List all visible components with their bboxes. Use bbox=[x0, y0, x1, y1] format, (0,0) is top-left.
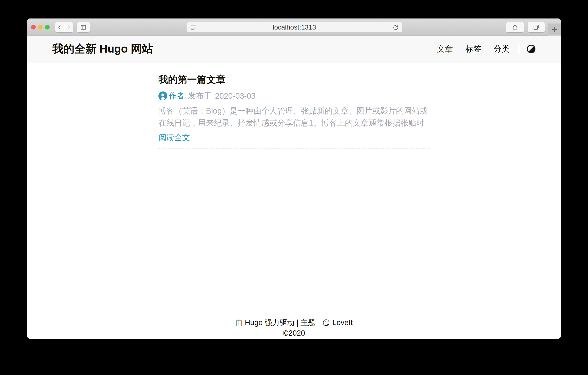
post-summary: 博客（英语：Blog）是一种由个人管理、张贴新的文章、图片或影片的网站或 在线日… bbox=[158, 105, 432, 129]
nav-item-tags[interactable]: 标签 bbox=[465, 44, 481, 54]
footer-powered: 由 Hugo 强力驱动 | 主题 - LoveIt bbox=[27, 318, 561, 328]
post-title[interactable]: 我的第一篇文章 bbox=[158, 73, 226, 86]
post-divider bbox=[158, 148, 430, 149]
history-nav-group bbox=[55, 22, 73, 32]
nav-item-posts[interactable]: 文章 bbox=[437, 44, 453, 54]
zoom-icon[interactable] bbox=[45, 25, 50, 30]
published-prefix: 发布于 bbox=[188, 90, 212, 101]
forward-button[interactable] bbox=[64, 22, 73, 32]
sidebar-toggle-button[interactable] bbox=[77, 22, 90, 32]
summary-line: 博客（英语：Blog）是一种由个人管理、张贴新的文章、图片或影片的网站或 bbox=[158, 105, 432, 117]
user-circle-icon bbox=[158, 91, 167, 100]
nav-item-categories[interactable]: 分类 bbox=[494, 44, 510, 54]
refresh-icon[interactable] bbox=[392, 24, 399, 31]
theme-link[interactable]: LoveIt bbox=[332, 318, 353, 327]
nav-separator bbox=[519, 44, 519, 54]
show-all-tabs-button[interactable] bbox=[527, 22, 545, 32]
url-text: localhost:1313 bbox=[187, 23, 402, 31]
post-date: 2020-03-03 bbox=[215, 91, 256, 101]
browser-window: localhost:1313 bbox=[27, 19, 561, 339]
site-title[interactable]: 我的全新 Hugo 网站 bbox=[52, 42, 153, 56]
share-icon bbox=[512, 24, 518, 31]
footer-copyright: ©2020 bbox=[27, 329, 561, 338]
powered-text: 由 Hugo 强力驱动 | 主题 - bbox=[235, 318, 320, 328]
author-link[interactable]: 作者 bbox=[158, 90, 185, 101]
summary-line: 在线日记，用来纪录、抒发情感或分享信息1。博客上的文章通常根据张贴时 bbox=[158, 117, 432, 129]
author-name: 作者 bbox=[169, 90, 185, 101]
site-header: 我的全新 Hugo 网站 文章 标签 分类 bbox=[27, 35, 561, 63]
minimize-icon[interactable] bbox=[38, 25, 43, 30]
close-icon[interactable] bbox=[31, 25, 36, 30]
share-button[interactable] bbox=[506, 22, 524, 32]
read-more-link[interactable]: 阅读全文 bbox=[158, 132, 190, 143]
post-meta: 作者 发布于 2020-03-03 bbox=[158, 90, 256, 101]
site-nav: 文章 标签 分类 bbox=[425, 44, 536, 54]
back-button[interactable] bbox=[55, 22, 64, 32]
back-icon bbox=[57, 24, 63, 31]
address-bar[interactable]: localhost:1313 bbox=[187, 22, 402, 32]
theme-toggle-icon[interactable] bbox=[526, 44, 536, 54]
kiss-wink-heart-icon bbox=[322, 319, 330, 327]
new-tab-button[interactable]: + bbox=[548, 23, 561, 35]
forward-icon bbox=[66, 24, 72, 31]
browser-toolbar: localhost:1313 bbox=[27, 19, 561, 35]
tabs-icon bbox=[533, 24, 540, 31]
sidebar-icon bbox=[80, 24, 87, 31]
